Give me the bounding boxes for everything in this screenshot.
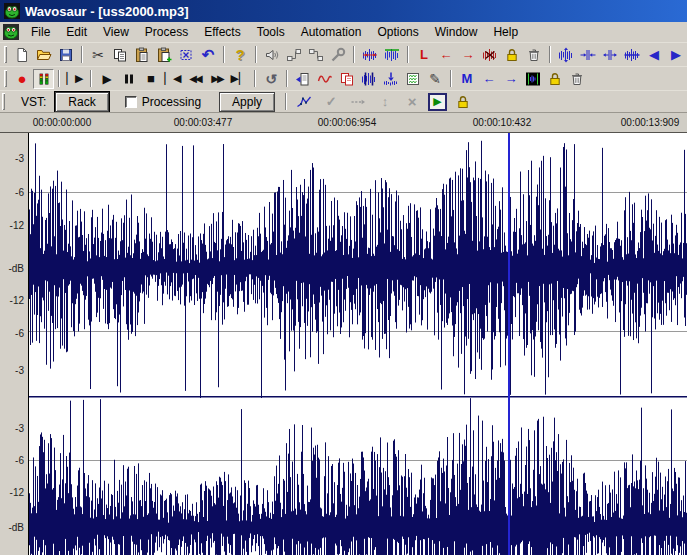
menu-effects[interactable]: Effects: [196, 23, 248, 41]
zoom-vertical-button[interactable]: [621, 44, 643, 65]
db-scale-label: -6: [15, 455, 24, 466]
toolbar-separator: [407, 46, 409, 63]
menu-tools[interactable]: Tools: [249, 23, 293, 41]
save-file-button[interactable]: [55, 44, 77, 65]
toolbar-separator: [549, 46, 551, 63]
copy-button[interactable]: [109, 44, 131, 65]
playlist-button[interactable]: [402, 68, 424, 89]
menu-bar: FileEditViewProcessEffectsToolsAutomatio…: [0, 22, 687, 42]
toolbar-separator: [255, 46, 257, 63]
go-to-start-button[interactable]: ▏◀: [162, 68, 184, 89]
cut-button[interactable]: ✂: [87, 44, 109, 65]
play-processed-button[interactable]: ▶: [428, 93, 447, 111]
menu-process[interactable]: Process: [137, 23, 196, 41]
menu-help[interactable]: Help: [485, 23, 526, 41]
delete-markers-button[interactable]: [566, 68, 588, 89]
menu-view[interactable]: View: [95, 23, 137, 41]
bit-depth-waveform-button[interactable]: [381, 44, 403, 65]
marker-selection-button[interactable]: [522, 68, 544, 89]
play-from-cursor-button[interactable]: ▏▶: [64, 68, 86, 89]
insert-at-cursor-button[interactable]: [380, 68, 402, 89]
vst-toolbar: VST: Rack Processing Apply ✓↕×▶: [0, 90, 687, 112]
vst-rack-button[interactable]: Rack: [55, 92, 108, 112]
db-scale-label: -3: [15, 153, 24, 164]
envelope-vertical-button[interactable]: ↕: [374, 91, 396, 112]
toolbar-grip: [2, 93, 5, 110]
menu-options[interactable]: Options: [369, 23, 426, 41]
rewind-button[interactable]: ◀◀: [184, 68, 206, 89]
timeline-ruler[interactable]: 00:00:00:00000:00:03:47700:00:06:95400:0…: [0, 112, 687, 133]
trim-selection-button[interactable]: [175, 44, 197, 65]
toolbar-separator: [254, 70, 256, 87]
loop-start-button[interactable]: ←: [435, 44, 457, 65]
envelope-line-button[interactable]: [347, 91, 369, 112]
wavosaur-window: Wavosaur - [uss2000.mp3] FileEditViewPro…: [0, 0, 687, 555]
waveform-canvas[interactable]: [28, 133, 687, 555]
ruler-timecode: 00:00:13:909: [621, 117, 679, 128]
menu-edit[interactable]: Edit: [58, 23, 95, 41]
fast-forward-button[interactable]: ▶▶: [206, 68, 228, 89]
processing-checkbox[interactable]: [125, 96, 137, 108]
loop-playback-button[interactable]: ↺: [260, 68, 282, 89]
loop-end-button[interactable]: →: [457, 44, 479, 65]
resample-waveform-button[interactable]: [359, 44, 381, 65]
open-file-button[interactable]: [33, 44, 55, 65]
menu-file[interactable]: File: [23, 23, 58, 41]
pause-button[interactable]: [118, 68, 140, 89]
new-file-button[interactable]: [11, 44, 33, 65]
ruler-timecode: 00:00:06:954: [318, 117, 376, 128]
draw-tool-button[interactable]: ✎: [424, 68, 446, 89]
loop-button[interactable]: L: [413, 44, 435, 65]
menu-window[interactable]: Window: [427, 23, 486, 41]
go-to-end-button[interactable]: ▶▏: [228, 68, 250, 89]
play-file-button[interactable]: [292, 68, 314, 89]
toolbar-grip: [4, 70, 7, 87]
waveform-area: -3-6-12-dB-12-6-3-3-6-12-dB: [0, 133, 687, 555]
db-scale-label: -12: [10, 487, 24, 498]
audio-connection-in-button[interactable]: [283, 44, 305, 65]
menubar-items: FileEditViewProcessEffectsToolsAutomatio…: [23, 23, 526, 41]
copy-special-button[interactable]: [336, 68, 358, 89]
toolbar-separator: [286, 70, 288, 87]
region-markers-button[interactable]: [358, 68, 380, 89]
document-monster-icon: [3, 24, 19, 40]
ruler-timecode: 00:00:10:432: [473, 117, 531, 128]
zoom-out-horizontal-button[interactable]: [599, 44, 621, 65]
zoom-in-horizontal-button[interactable]: [577, 44, 599, 65]
wavosaur-monster-icon: [4, 3, 20, 19]
envelope-tool-button[interactable]: [293, 91, 315, 112]
audio-connection-out-button[interactable]: [305, 44, 327, 65]
zoom-selection-button[interactable]: [555, 44, 577, 65]
record-button[interactable]: ●: [11, 68, 33, 89]
stop-button[interactable]: ■: [140, 68, 162, 89]
lock-markers-button[interactable]: [544, 68, 566, 89]
vst-label: VST:: [21, 95, 46, 109]
delete-all-loops-button[interactable]: [523, 44, 545, 65]
lock-envelope-button[interactable]: [452, 91, 474, 112]
audio-device-button[interactable]: [261, 44, 283, 65]
paste-insert-button[interactable]: [153, 44, 175, 65]
vst-apply-button[interactable]: Apply: [219, 92, 275, 112]
toolbar-separator: [90, 70, 92, 87]
menu-automation[interactable]: Automation: [293, 23, 370, 41]
undo-button[interactable]: ↶: [197, 44, 219, 65]
db-scale: -3-6-12-dB-12-6-3-3-6-12-dB: [0, 133, 28, 555]
previous-marker-button[interactable]: ←: [478, 68, 500, 89]
fade-in-button[interactable]: ◀: [643, 44, 665, 65]
help-button[interactable]: ?: [229, 44, 251, 65]
delete-loop-button[interactable]: [479, 44, 501, 65]
lock-loop-button[interactable]: [501, 44, 523, 65]
processing-label: Processing: [142, 95, 201, 109]
envelope-validate-button[interactable]: ✓: [320, 91, 342, 112]
next-marker-button[interactable]: →: [500, 68, 522, 89]
envelope-delete-button[interactable]: ×: [401, 91, 423, 112]
settings-wrench-button[interactable]: [327, 44, 349, 65]
title-bar: Wavosaur - [uss2000.mp3]: [0, 0, 687, 22]
toolbar-main: ✂↶?L←→◀▶: [0, 42, 687, 66]
marker-button[interactable]: M: [456, 68, 478, 89]
fade-out-button[interactable]: ▶: [665, 44, 687, 65]
statistics-button[interactable]: [314, 68, 336, 89]
paste-button[interactable]: [131, 44, 153, 65]
play-button[interactable]: ▶: [96, 68, 118, 89]
vu-meter-button[interactable]: [33, 69, 54, 89]
